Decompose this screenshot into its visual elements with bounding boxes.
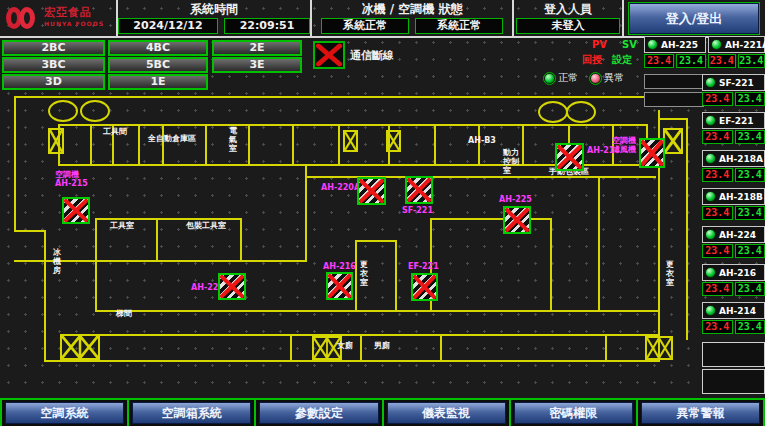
- system-clock-value: 22:09:51: [224, 18, 310, 34]
- floor-button-2bc[interactable]: 2BC: [2, 40, 105, 56]
- wall: [240, 218, 242, 260]
- login-label: 登入人員: [514, 1, 622, 17]
- empty-slot: [644, 74, 704, 89]
- unit-row-ah-218a[interactable]: AH-218A: [702, 150, 765, 167]
- sv-value: 23.4: [735, 168, 765, 182]
- wall: [478, 124, 480, 166]
- system-time-label: 系統時間: [118, 1, 310, 17]
- unit-led-icon: [705, 305, 716, 316]
- unit-row-ah-225[interactable]: AH-225: [644, 36, 706, 53]
- legend-normal: 正常: [544, 71, 578, 85]
- wall: [156, 218, 158, 260]
- stair-icon: [48, 128, 64, 154]
- sv-tag: SV: [622, 39, 637, 50]
- unit-led-icon: [705, 267, 716, 278]
- nav-meter-button[interactable]: 儀表監視: [387, 402, 506, 424]
- top-bar: 宏亞食品 HUNYA FOODS 系統時間 2024/12/12 22:09:5…: [0, 0, 765, 38]
- wall: [605, 334, 607, 360]
- comm-offline-label: 通信斷線: [350, 48, 394, 63]
- ahu-marker-ah-214[interactable]: [555, 143, 584, 171]
- empty-slot: [702, 369, 765, 394]
- unit-values: 23.4 23.4: [708, 54, 765, 68]
- ahu-marker-ah-220a[interactable]: [357, 177, 386, 205]
- unit-row-ah-218b[interactable]: AH-218B: [702, 188, 765, 205]
- unit-row-ah-221a[interactable]: AH-221A: [708, 36, 765, 53]
- nav-ac-system-button[interactable]: 空調系統: [5, 402, 124, 424]
- room-label: AH-B3: [468, 136, 498, 145]
- unit-values: 23.4 23.4: [702, 130, 765, 144]
- room-label: 工具間: [103, 127, 127, 136]
- wall: [95, 218, 97, 260]
- setpoint-tag: 設定: [612, 53, 632, 67]
- wall: [550, 218, 552, 312]
- floor-button-3e[interactable]: 3E: [212, 57, 302, 73]
- wall: [90, 124, 92, 166]
- unit-row-ah-216[interactable]: AH-216: [702, 264, 765, 281]
- system-date-value: 2024/12/12: [118, 18, 218, 34]
- wall: [138, 124, 140, 166]
- legend-abnormal-label: 異常: [604, 71, 624, 85]
- nav-parameter-button[interactable]: 參數設定: [259, 402, 378, 424]
- wall: [290, 334, 292, 360]
- floor-button-3bc[interactable]: 3BC: [2, 57, 105, 73]
- equipment-icon: [80, 100, 110, 122]
- floor-button-2e[interactable]: 2E: [212, 40, 302, 56]
- unit-row-ah-224[interactable]: AH-224: [702, 226, 765, 243]
- login-logout-button[interactable]: 登入/登出: [629, 3, 759, 34]
- pv-value: 23.4: [702, 320, 733, 334]
- elevator-icon: [663, 128, 683, 154]
- hunya-logo-icon: [6, 5, 40, 31]
- unit-led-icon: [711, 39, 722, 50]
- wall: [95, 218, 242, 220]
- room-label: 梯間: [116, 309, 136, 318]
- unit-row-ef-221[interactable]: EF-221: [702, 112, 765, 129]
- unit-led-icon: [647, 39, 658, 50]
- ahu-marker-sf-221[interactable]: [405, 176, 433, 204]
- ahu-status-value: 系統正常: [415, 18, 503, 34]
- nav-alarm-button[interactable]: 異常警報: [641, 402, 760, 424]
- wall: [162, 124, 164, 166]
- unit-row-ah-214[interactable]: AH-214: [702, 302, 765, 319]
- brand-logo: 宏亞食品 HUNYA FOODS: [0, 0, 116, 36]
- wall: [248, 124, 250, 166]
- nav-password-button[interactable]: 密碼權限: [514, 402, 633, 424]
- equipment-icon: [48, 100, 78, 122]
- sv-value: 23.4: [735, 320, 765, 334]
- chiller-status-label: 冰機 / 空調機 狀態: [312, 1, 512, 17]
- unit-led-icon: [705, 77, 716, 88]
- stair-icon: [60, 334, 100, 360]
- sv-value: 23.4: [738, 54, 765, 68]
- ahu-marker-ah-215[interactable]: [62, 197, 90, 224]
- ahu-marker-label: AH-225: [499, 195, 532, 204]
- brand-name-en: HUNYA FOODS: [44, 18, 104, 29]
- pv-value: 23.4: [708, 54, 736, 68]
- unit-row-sf-221[interactable]: SF-221: [702, 74, 765, 91]
- wall: [292, 124, 294, 166]
- ahu-marker-label: EF-221: [408, 262, 439, 271]
- unit-values: 23.4 23.4: [702, 206, 765, 220]
- wall: [658, 118, 688, 120]
- ahu-marker-ef-221[interactable]: [411, 273, 438, 301]
- wall: [44, 360, 660, 362]
- room-label: 包裝工具室: [186, 221, 232, 230]
- nav-ahu-system-button[interactable]: 空調箱系統: [132, 402, 251, 424]
- wall: [44, 230, 46, 362]
- ahu-marker-ah-224[interactable]: [218, 273, 246, 300]
- room-label: 動力控制室: [503, 148, 525, 175]
- pv-value: 23.4: [702, 92, 733, 106]
- wall: [14, 96, 646, 98]
- chiller-status-value: 系統正常: [321, 18, 409, 34]
- ahu-marker-ah-216[interactable]: [326, 272, 353, 300]
- floor-button-4bc[interactable]: 4BC: [108, 40, 208, 56]
- bottom-nav-bar: 空調系統 空調箱系統 參數設定 儀表監視 密碼權限 異常警報: [0, 398, 765, 426]
- room-label: 全自動倉庫區: [148, 134, 198, 143]
- wall: [434, 124, 436, 166]
- floor-button-5bc[interactable]: 5BC: [108, 57, 208, 73]
- room-label: 工具室: [110, 221, 140, 230]
- sv-value: 23.4: [735, 244, 765, 258]
- unit-values: 23.4 23.4: [644, 54, 706, 68]
- wall: [598, 176, 600, 312]
- brand-name: 宏亞食品: [44, 7, 104, 18]
- ahu-marker-exhaust[interactable]: [639, 138, 665, 168]
- ahu-marker-ah-225[interactable]: [503, 206, 531, 234]
